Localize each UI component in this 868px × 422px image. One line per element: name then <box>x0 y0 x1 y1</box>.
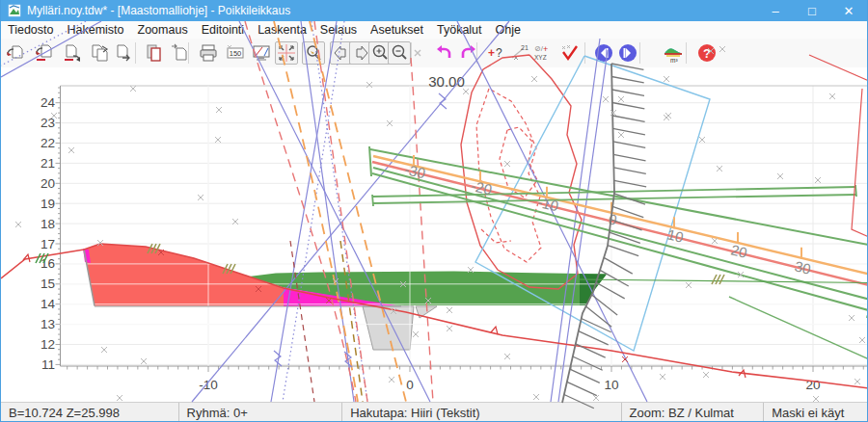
export-file-icon[interactable] <box>112 41 135 65</box>
app-icon <box>8 4 21 17</box>
close-button[interactable]: ✕ <box>830 0 867 21</box>
svg-text:+: + <box>543 44 548 54</box>
menu-item-editointi[interactable]: Editointi <box>195 23 251 37</box>
toolbar-separator <box>639 42 640 64</box>
svg-text:m³: m³ <box>670 57 678 64</box>
toolbar-separator <box>411 42 412 64</box>
menu-item-laskenta[interactable]: Laskenta <box>251 23 313 37</box>
toolbar-separator <box>135 42 136 64</box>
window-title: Mylläri.noy.tdw* - [Maastomalliohje] - P… <box>27 4 757 17</box>
title-bar: Mylläri.noy.tdw* - [Maastomalliohje] - P… <box>1 0 867 21</box>
minimize-button[interactable]: – <box>757 0 794 21</box>
status-zoom-mode: Zoom: BZ / Kulmat <box>622 403 765 422</box>
maximize-button[interactable]: □ <box>794 0 830 21</box>
toolbar-separator <box>686 42 687 64</box>
svg-text:21: 21 <box>521 44 529 51</box>
read-file-icon[interactable] <box>4 41 27 65</box>
svg-text:?: ? <box>496 46 502 60</box>
status-mask: Maski ei käyt <box>764 403 867 422</box>
zoom-window-icon[interactable] <box>302 41 325 65</box>
status-bar: B=10.724 Z=25.998 Ryhmä: 0+ Hakutapa: Hi… <box>1 402 867 422</box>
zoom-extents-icon[interactable] <box>275 41 298 65</box>
copy-icon[interactable] <box>143 41 166 65</box>
write-file-2-icon[interactable] <box>88 41 111 65</box>
menu-item-hakemisto[interactable]: Hakemisto <box>60 23 130 37</box>
read-file-2-icon[interactable] <box>33 41 56 65</box>
point-xyz-icon[interactable]: ⊘/+XYZ <box>529 41 553 65</box>
menu-item-työkalut[interactable]: Työkalut <box>430 23 489 37</box>
scale-150-icon[interactable]: 150 <box>224 41 247 65</box>
svg-text:+: + <box>488 46 495 60</box>
print-icon[interactable] <box>197 41 220 65</box>
toolbar-separator <box>476 42 477 64</box>
help-icon[interactable]: ? <box>695 41 719 65</box>
menu-item-selaus[interactable]: Selaus <box>313 23 364 37</box>
svg-text:?: ? <box>703 46 711 61</box>
svg-text:150: 150 <box>230 49 242 58</box>
volume-m3-icon[interactable]: m³ <box>662 41 685 65</box>
screen-icon[interactable] <box>250 41 273 65</box>
menu-item-asetukset[interactable]: Asetukset <box>364 23 430 37</box>
point-number-icon[interactable]: 21 <box>507 41 530 65</box>
menu-bar: TiedostoHakemistoZoomausEditointiLaskent… <box>1 21 867 39</box>
approve-check-icon[interactable] <box>558 41 582 65</box>
drawing-canvas[interactable] <box>1 67 867 402</box>
write-file-icon[interactable] <box>61 41 84 65</box>
app-window: Mylläri.noy.tdw* - [Maastomalliohje] - P… <box>0 0 868 422</box>
status-group: Ryhmä: 0+ <box>179 403 343 422</box>
svg-text:XYZ: XYZ <box>534 54 547 61</box>
point-query-icon[interactable]: +? <box>483 41 506 65</box>
menu-item-tiedosto[interactable]: Tiedosto <box>1 23 60 37</box>
undo-icon[interactable] <box>432 41 455 65</box>
disabled-x-icon[interactable] <box>406 41 429 65</box>
toolbar-separator <box>584 42 585 64</box>
previous-section-icon[interactable] <box>592 41 615 65</box>
toolbar: 150+?21⊘/+XYZm³? <box>1 39 867 68</box>
menu-item-zoomaus[interactable]: Zoomaus <box>131 23 195 37</box>
status-coordinates: B=10.724 Z=25.998 <box>1 403 179 422</box>
status-search-mode: Hakutapa: Hiiri (Tekstit) <box>342 403 621 422</box>
menu-item-ohje[interactable]: Ohje <box>489 23 528 37</box>
next-section-icon[interactable] <box>616 41 639 65</box>
toolbar-separator <box>188 42 189 64</box>
